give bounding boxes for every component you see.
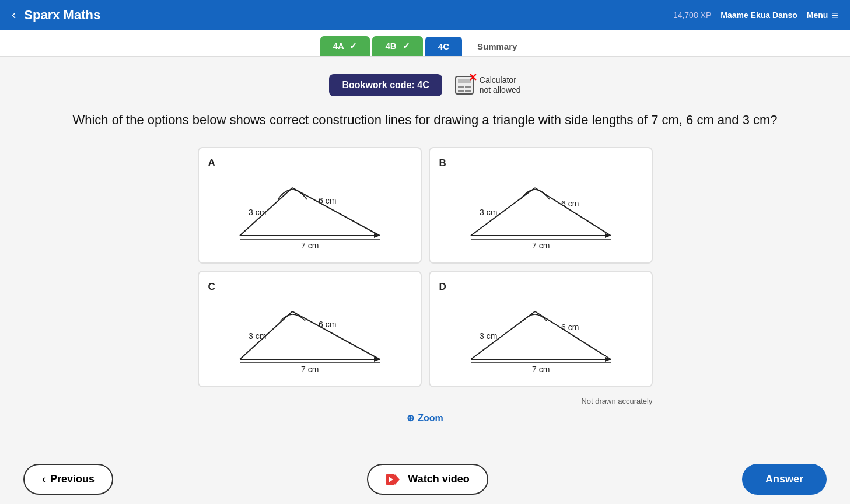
- option-A-diagram: 3 cm 6 cm 7 cm: [208, 172, 411, 253]
- calculator-icon: ✕: [454, 75, 475, 96]
- calculator-badge: ✕ Calculator not allowed: [454, 75, 521, 96]
- xp-display: 14,708 XP: [673, 10, 711, 20]
- svg-rect-9: [468, 90, 471, 92]
- svg-line-28: [292, 312, 380, 359]
- app-title: Sparx Maths: [24, 8, 100, 23]
- tab-4C[interactable]: 4C: [425, 37, 462, 56]
- svg-text:6 cm: 6 cm: [319, 320, 336, 329]
- tab-summary[interactable]: Summary: [464, 37, 530, 56]
- svg-rect-7: [461, 90, 464, 92]
- svg-rect-2: [458, 86, 461, 88]
- svg-rect-8: [465, 90, 468, 92]
- zoom-row: ⊕ Zoom: [23, 412, 827, 424]
- svg-text:6 cm: 6 cm: [319, 196, 336, 205]
- option-C-label: C: [208, 281, 411, 293]
- answer-button[interactable]: Answer: [742, 464, 827, 495]
- previous-label: Previous: [50, 473, 95, 485]
- check-icon-4A: ✓: [349, 41, 357, 51]
- svg-rect-4: [465, 86, 468, 88]
- watch-video-label: Watch video: [408, 473, 469, 485]
- svg-text:3 cm: 3 cm: [249, 331, 266, 341]
- watch-video-button[interactable]: Watch video: [367, 464, 488, 495]
- bookwork-row: Bookwork code: 4C ✕ Calcu: [23, 74, 827, 96]
- hamburger-icon: ≡: [831, 9, 838, 22]
- option-B-diagram: 3 cm 6 cm 7 cm: [439, 172, 642, 253]
- svg-marker-43: [395, 474, 400, 485]
- svg-rect-6: [458, 90, 461, 92]
- option-C[interactable]: C 3 cm 6 cm 7 cm: [198, 271, 422, 387]
- option-A[interactable]: A 3 cm 6 cm 7 cm: [198, 147, 422, 264]
- svg-text:7 cm: 7 cm: [532, 365, 550, 374]
- svg-text:6 cm: 6 cm: [561, 323, 579, 332]
- svg-text:7 cm: 7 cm: [301, 241, 319, 250]
- option-D-label: D: [439, 281, 642, 293]
- svg-rect-5: [468, 86, 471, 88]
- prev-arrow-icon: ‹: [42, 473, 46, 485]
- option-D[interactable]: D 3 cm 6 cm 7 cm: [429, 271, 653, 387]
- svg-text:3 cm: 3 cm: [480, 208, 497, 217]
- option-D-diagram: 3 cm 6 cm 7 cm: [439, 295, 642, 377]
- option-C-diagram: 3 cm 6 cm 7 cm: [208, 295, 411, 377]
- bookwork-code-button[interactable]: Bookwork code: 4C: [329, 74, 442, 96]
- zoom-button[interactable]: ⊕ Zoom: [407, 412, 443, 424]
- svg-line-36: [535, 312, 611, 359]
- menu-label: Menu: [807, 10, 828, 20]
- svg-line-12: [292, 188, 380, 236]
- svg-rect-3: [461, 86, 464, 88]
- menu-button[interactable]: Menu ≡: [807, 9, 838, 22]
- bottom-bar: ‹ Previous Watch video Answer: [0, 454, 850, 504]
- calculator-x-icon: ✕: [468, 72, 477, 83]
- top-right-area: 14,708 XP Maame Ekua Danso Menu ≡: [673, 9, 838, 22]
- top-bar: ‹ Sparx Maths 14,708 XP Maame Ekua Danso…: [0, 0, 850, 30]
- option-A-label: A: [208, 158, 411, 169]
- svg-text:6 cm: 6 cm: [561, 199, 579, 208]
- not-drawn-label: Not drawn accurately: [198, 397, 653, 405]
- tab-4A[interactable]: 4A ✓: [320, 36, 370, 56]
- previous-button[interactable]: ‹ Previous: [23, 464, 113, 495]
- svg-text:7 cm: 7 cm: [532, 241, 550, 250]
- calculator-text: Calculator not allowed: [480, 75, 521, 95]
- svg-text:3 cm: 3 cm: [249, 208, 266, 217]
- options-grid: A 3 cm 6 cm 7 cm B: [198, 147, 653, 387]
- question-text: Which of the options below shows correct…: [23, 110, 827, 130]
- option-B[interactable]: B 3 cm 6 cm 7 cm: [429, 147, 653, 264]
- zoom-icon: ⊕: [407, 412, 414, 424]
- username-display: Maame Ekua Danso: [720, 10, 797, 20]
- svg-text:3 cm: 3 cm: [480, 331, 497, 341]
- back-button[interactable]: ‹: [12, 8, 16, 23]
- video-icon: [386, 474, 400, 485]
- svg-text:7 cm: 7 cm: [301, 365, 319, 374]
- nav-tabs: 4A ✓ 4B ✓ 4C Summary: [0, 30, 850, 57]
- option-B-label: B: [439, 158, 642, 169]
- main-content: Bookwork code: 4C ✕ Calcu: [0, 57, 850, 504]
- check-icon-4B: ✓: [403, 41, 410, 51]
- tab-4B[interactable]: 4B ✓: [372, 36, 422, 56]
